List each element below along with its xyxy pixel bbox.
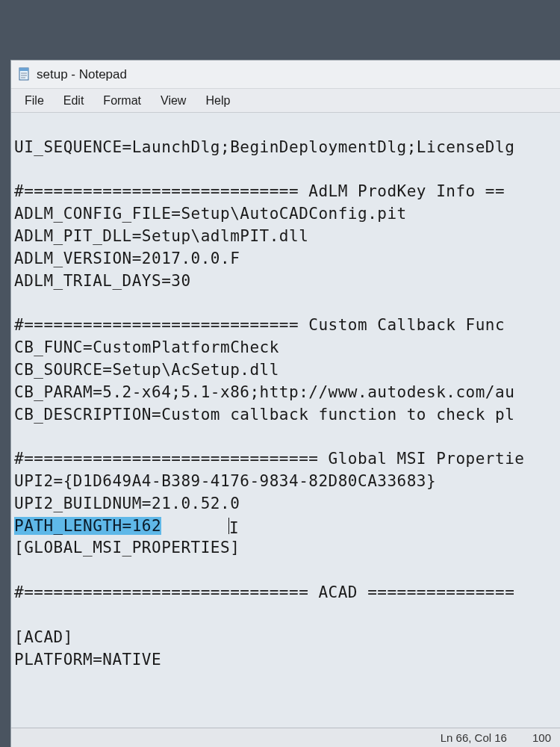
text-line: PATH_LENGTH=162I: [14, 515, 557, 538]
window-title: setup - Notepad: [37, 67, 127, 82]
text-line: [GLOBAL_MSI_PROPERTIES]: [14, 537, 557, 560]
title-bar[interactable]: setup - Notepad: [11, 61, 560, 89]
text-line: ADLM_VERSION=2017.0.0.F: [14, 248, 557, 270]
text-line: #============================= ACAD ====…: [14, 582, 557, 604]
text-line: ADLM_CONFIG_FILE=Setup\AutoCADConfig.pit: [14, 203, 557, 226]
selected-text: PATH_LENGTH=162: [14, 517, 161, 535]
notepad-icon: [17, 67, 31, 82]
text-line: [14, 426, 557, 448]
text-line: ADLM_PIT_DLL=Setup\adlmPIT.dll: [14, 226, 557, 248]
notepad-window: setup - Notepad File Edit Format View He…: [10, 60, 560, 747]
menu-file[interactable]: File: [16, 91, 53, 111]
menu-bar: File Edit Format View Help: [11, 89, 560, 113]
menu-help[interactable]: Help: [196, 91, 239, 111]
text-line: [14, 293, 557, 315]
menu-view[interactable]: View: [152, 91, 195, 111]
cursor-position: Ln 66, Col 16: [441, 731, 507, 744]
text-line: ADLM_TRIAL_DAYS=30: [14, 270, 557, 293]
menu-edit[interactable]: Edit: [55, 91, 93, 111]
text-line: [14, 159, 557, 182]
text-line: UPI2_BUILDNUM=21.0.52.0: [14, 493, 557, 515]
text-line: UI_SEQUENCE=LaunchDlg;BeginDeploymentDlg…: [14, 137, 557, 159]
text-line: [14, 560, 557, 582]
text-line: [ACAD]: [14, 627, 557, 649]
text-line: UPI2={D1D649A4-B389-4176-9834-82D80CA336…: [14, 471, 557, 493]
text-caret: I: [228, 518, 239, 534]
text-content[interactable]: UI_SEQUENCE=LaunchDlg;BeginDeploymentDlg…: [14, 137, 557, 672]
text-line: #============================ AdLM ProdK…: [14, 181, 557, 203]
text-line: #============================ Custom Cal…: [14, 314, 557, 337]
text-line: CB_DESCRIPTION=Custom callback function …: [14, 404, 557, 427]
text-line: [14, 604, 557, 627]
status-bar: Ln 66, Col 16 100: [11, 728, 560, 747]
zoom-level: 100: [532, 731, 551, 744]
text-line: CB_PARAM=5.2-x64;5.1-x86;http://www.auto…: [14, 382, 557, 404]
text-line: CB_SOURCE=Setup\AcSetup.dll: [14, 359, 557, 382]
menu-format[interactable]: Format: [94, 91, 150, 111]
text-line: PLATFORM=NATIVE: [14, 649, 557, 672]
text-line: CB_FUNC=CustomPlatformCheck: [14, 337, 557, 359]
svg-rect-1: [19, 68, 28, 71]
text-editor[interactable]: UI_SEQUENCE=LaunchDlg;BeginDeploymentDlg…: [11, 113, 560, 728]
text-line: #============================== Global M…: [14, 448, 557, 471]
